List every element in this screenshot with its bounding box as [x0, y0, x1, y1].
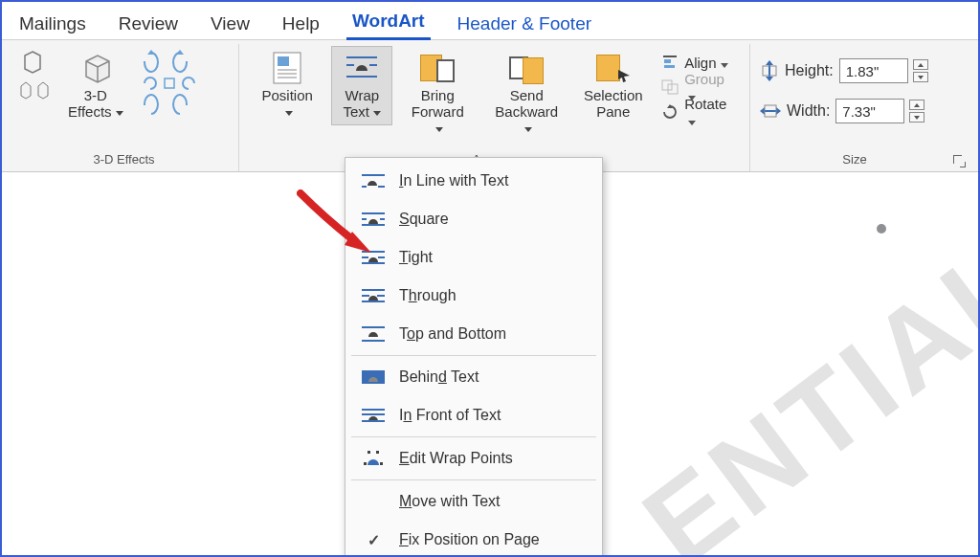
svg-marker-1 — [176, 50, 184, 55]
position-button[interactable]: Position — [249, 46, 325, 125]
rotate-icon — [661, 104, 679, 120]
rotate-down-icon[interactable] — [142, 94, 161, 117]
width-label: Width: — [787, 102, 830, 120]
tab-review[interactable]: Review — [113, 10, 184, 38]
3d-effects-label: 3-D Effects — [68, 87, 123, 121]
selection-pane-label: Selection Pane — [584, 87, 643, 121]
align-icon — [661, 55, 679, 70]
position-label: Position — [257, 87, 317, 121]
menu-fix-position[interactable]: Fix Position on Page — [345, 521, 602, 557]
object-handle-dot[interactable] — [877, 224, 886, 234]
tab-wordart[interactable]: WordArt — [346, 7, 431, 40]
menu-square[interactable]: Square — [345, 200, 602, 238]
wrap-text-button[interactable]: Wrap Text — [331, 46, 392, 125]
svg-marker-19 — [766, 60, 773, 65]
ribbon: 3-D Effects 3-D Effects — [2, 40, 978, 172]
rotate-down2-icon[interactable] — [170, 94, 189, 117]
svg-rect-14 — [664, 65, 675, 68]
ribbon-tabs: Mailings Review View Help WordArt Header… — [2, 2, 978, 40]
inline-icon — [361, 171, 386, 190]
svg-rect-47 — [368, 451, 370, 454]
tab-help[interactable]: Help — [277, 10, 325, 38]
tilt-right-icon[interactable] — [36, 80, 50, 100]
wrap-text-label: Wrap Text — [344, 87, 382, 121]
3d-effects-button[interactable]: 3-D Effects — [59, 46, 132, 125]
svg-rect-16 — [668, 84, 678, 94]
watermark-text: ENTIAL — [618, 215, 980, 557]
group-icon — [661, 79, 679, 95]
rotate-up2-icon[interactable] — [170, 50, 189, 73]
bring-forward-label: Bring Forward — [407, 87, 468, 137]
menu-in-line[interactable]: IIn Line with Textn Line with Text — [345, 162, 602, 200]
position-icon — [270, 51, 304, 85]
rotate-right-icon[interactable] — [180, 75, 197, 92]
wrap-text-menu: IIn Line with Textn Line with Text Squar… — [345, 157, 603, 557]
group-label-3d: 3-D Effects — [19, 150, 229, 169]
perspective-icon[interactable] — [163, 77, 176, 90]
svg-marker-24 — [776, 107, 781, 115]
menu-in-front[interactable]: In Front of Text — [345, 396, 602, 434]
tab-view[interactable]: View — [205, 10, 256, 38]
square-icon — [361, 210, 386, 229]
group-arrange: Position Wrap Text Bring Forward Send Ba… — [239, 44, 750, 171]
svg-rect-4 — [278, 56, 289, 66]
menu-behind[interactable]: Behind Text — [345, 358, 602, 396]
svg-rect-50 — [380, 462, 383, 465]
rotate-left-icon[interactable] — [142, 75, 159, 92]
bring-forward-button[interactable]: Bring Forward — [398, 46, 477, 142]
rotate-button[interactable]: Rotate — [656, 100, 740, 124]
svg-rect-48 — [376, 451, 379, 454]
send-backward-button[interactable]: Send Backward — [482, 46, 570, 142]
width-spinner[interactable] — [909, 100, 924, 123]
height-input[interactable]: 1.83" — [839, 58, 908, 83]
selection-pane-button[interactable]: Selection Pane — [576, 46, 650, 125]
menu-through[interactable]: Through — [345, 277, 602, 315]
svg-rect-49 — [364, 462, 367, 465]
menu-move-with-text[interactable]: Move with Text — [345, 482, 602, 521]
in-front-icon — [361, 406, 386, 425]
height-icon — [760, 60, 779, 81]
send-backward-icon — [509, 51, 544, 85]
through-icon — [361, 286, 386, 305]
cube-icon — [78, 51, 113, 85]
send-backward-label: Send Backward — [491, 87, 562, 137]
behind-icon — [361, 368, 386, 387]
svg-rect-13 — [664, 59, 671, 63]
tilt-down-icon[interactable] — [19, 50, 46, 75]
menu-edit-wrap-points[interactable]: Edit Wrap Points — [345, 439, 602, 478]
tilt-left-icon[interactable] — [19, 80, 33, 100]
tight-icon — [361, 248, 386, 267]
width-icon — [760, 102, 781, 120]
height-spinner[interactable] — [913, 59, 928, 82]
check-icon — [361, 531, 386, 549]
menu-top-bottom[interactable]: Top and Bottom — [345, 315, 602, 353]
width-input[interactable]: 7.33" — [835, 99, 904, 123]
wrap-text-icon — [345, 51, 379, 85]
selection-pane-icon — [596, 51, 631, 85]
svg-marker-20 — [766, 77, 773, 81]
svg-rect-15 — [662, 80, 672, 90]
tab-mailings[interactable]: Mailings — [13, 10, 92, 38]
group-label-size: Size — [760, 150, 949, 169]
tab-header-footer[interactable]: Header & Footer — [452, 10, 597, 38]
edit-points-icon — [361, 449, 386, 468]
top-bottom-icon — [361, 324, 386, 344]
size-dialog-launcher[interactable] — [953, 155, 967, 168]
rotate-up-icon[interactable] — [142, 50, 161, 73]
bring-forward-icon — [420, 51, 455, 85]
menu-tight[interactable]: Tight — [345, 238, 602, 277]
group-size: Height: 1.83" Width: 7.33" Size — [750, 44, 970, 171]
svg-marker-23 — [760, 107, 765, 115]
svg-marker-0 — [147, 50, 155, 55]
height-label: Height: — [785, 62, 834, 79]
svg-rect-2 — [165, 78, 174, 88]
group-3d-effects: 3-D Effects 3-D Effects — [10, 44, 239, 171]
